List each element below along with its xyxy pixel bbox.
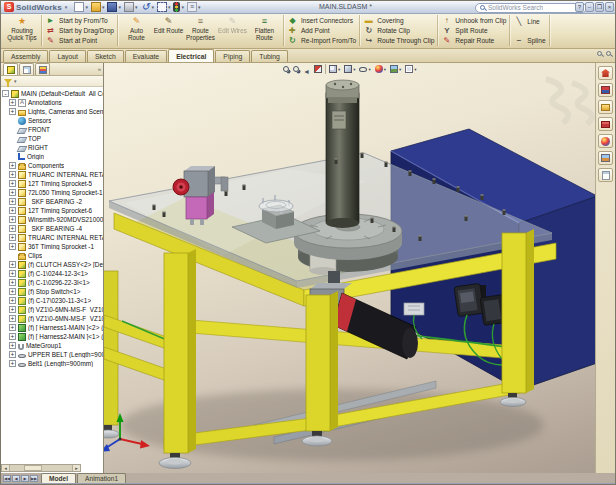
route-properties-button[interactable]: ≡Route Properties (185, 15, 216, 41)
tree-item[interactable]: +_SKF BEARING -4 (2, 224, 103, 233)
display-style-icon[interactable]: ▾ (343, 63, 356, 75)
expander-icon[interactable]: + (9, 243, 16, 250)
dropdown-arrow-icon[interactable]: ▾ (198, 4, 201, 10)
feature-manager-tab[interactable] (3, 63, 18, 75)
tree-item[interactable]: +Belt1 (Length=900mm) (2, 359, 103, 368)
help-button[interactable]: ? (575, 2, 584, 12)
tree-item[interactable]: +_SKF BEARING -2 (2, 197, 103, 206)
view-settings-icon[interactable]: ▾ (404, 63, 417, 75)
tree-item[interactable]: +TRUARC INTERNAL RETAINING (2, 170, 103, 179)
configuration-manager-tab[interactable] (35, 63, 50, 75)
save-button[interactable]: ▾ (106, 1, 122, 13)
dropdown-arrow-icon[interactable]: ▾ (151, 4, 154, 10)
open-button[interactable]: ▾ (90, 1, 106, 13)
scrollbar-thumb[interactable] (24, 465, 42, 471)
next-tab-icon[interactable]: ▶ (21, 475, 29, 482)
cylinder-tower[interactable] (326, 80, 359, 228)
first-tab-icon[interactable]: ◀◀ (3, 475, 11, 482)
tree-item[interactable]: +Winsmith-920MDVS21000AW- (2, 215, 103, 224)
edit-route-button[interactable]: ✎Edit Route (153, 15, 184, 35)
tree-item[interactable]: +36T Timing Sprocket -1 (2, 242, 103, 251)
expander-icon[interactable]: + (9, 180, 16, 187)
tree-item[interactable]: -MAIN (Default<Default_All Compo (2, 89, 103, 98)
expander-icon[interactable]: + (9, 288, 16, 295)
frame-right-leg[interactable] (500, 229, 534, 407)
dropdown-arrow-icon[interactable]: ▾ (118, 4, 121, 10)
expander-icon[interactable]: + (9, 351, 16, 358)
scroll-left-icon[interactable]: ◂ (2, 465, 10, 471)
expander-icon[interactable]: + (9, 234, 16, 241)
spline-button[interactable]: ~Spline (513, 35, 545, 45)
tree-item[interactable]: +12T Timing Sprocket-6 (2, 206, 103, 215)
zoom-area-icon[interactable] (292, 63, 300, 75)
tab-piping[interactable]: Piping (215, 50, 250, 62)
file-explorer-icon[interactable] (598, 100, 613, 114)
zoom-fit-icon[interactable] (282, 63, 290, 75)
dropdown-arrow-icon[interactable]: ▾ (135, 4, 138, 10)
expander-icon[interactable]: + (9, 198, 16, 205)
dropdown-arrow-icon[interactable]: ▾ (102, 4, 105, 10)
start-fromto-button[interactable]: ►Start by From/To (45, 16, 114, 26)
zoom-area-icon[interactable] (606, 51, 611, 56)
covering-button[interactable]: ▬Covering (363, 16, 434, 26)
new-document-button[interactable]: ▾ (73, 1, 89, 13)
tree-item[interactable]: +UPPER BELT (Length=900mm) (2, 350, 103, 359)
undo-button[interactable]: ▾ (139, 1, 155, 13)
tree-item[interactable]: +(f) Stop Switch<1> (2, 287, 103, 296)
expander-icon[interactable]: + (9, 162, 16, 169)
previous-view-icon[interactable] (302, 63, 311, 75)
expander-icon[interactable]: + (9, 171, 16, 178)
tab-assembly[interactable]: Assembly (3, 50, 48, 62)
expander-icon[interactable]: + (9, 306, 16, 313)
tree-item[interactable]: +(f) C-1\0296-22-3I<1> (2, 278, 103, 287)
dropdown-arrow-icon[interactable]: ▾ (384, 67, 386, 72)
dropdown-arrow-icon[interactable]: ▾ (414, 67, 416, 72)
tree-item[interactable]: +Annotations (2, 98, 103, 107)
zoom-icon[interactable] (597, 51, 602, 56)
apply-scene-icon[interactable]: ▾ (389, 63, 402, 75)
scenes-icon[interactable] (598, 151, 613, 165)
tree-item[interactable]: +(f) [ Harness2-MAIN ]<1> (De (2, 332, 103, 341)
expander-icon[interactable]: + (9, 108, 16, 115)
print-button[interactable]: ▾ (123, 1, 139, 13)
start-point-button[interactable]: ✎Start at Point (45, 35, 114, 45)
tab-tubing[interactable]: Tubing (251, 50, 288, 62)
expander-icon[interactable]: + (9, 360, 16, 367)
tree-item[interactable]: +Components (2, 161, 103, 170)
hide-show-items-icon[interactable]: ▾ (358, 63, 371, 75)
expander-icon[interactable]: + (9, 342, 16, 349)
tree-item[interactable]: +TOP (2, 134, 103, 143)
tab-animation1[interactable]: Animation1 (77, 473, 126, 483)
route-through-clip-button[interactable]: ↪Route Through Clip (363, 35, 434, 45)
expander-icon[interactable]: + (9, 279, 16, 286)
search-box[interactable]: SolidWorks Search (475, 3, 587, 13)
view-orientation-icon[interactable]: ▾ (328, 63, 341, 75)
edit-appearance-icon[interactable]: ▾ (374, 63, 387, 75)
menu-expand-icon[interactable]: ▾ (65, 4, 68, 10)
expander-icon[interactable]: - (2, 90, 9, 97)
tree-item[interactable]: +(f) C-1\0244-12-3<1> (2, 269, 103, 278)
reimport-button[interactable]: ↻Re-Import From/To (287, 35, 356, 45)
tree-item[interactable]: +(f) VZ1\0-6MN-MS-F_VZ100 V (2, 305, 103, 314)
filter-dropdown-icon[interactable]: ▾ (14, 78, 17, 84)
dropdown-arrow-icon[interactable]: ▾ (85, 4, 88, 10)
rotate-clip-button[interactable]: ↻Rotate Clip (363, 26, 434, 36)
split-route-button[interactable]: YSplit Route (441, 26, 506, 36)
tab-evaluate[interactable]: Evaluate (125, 50, 167, 62)
tree-item[interactable]: +72L050 Timing Sprocket-1 (2, 188, 103, 197)
auto-route-button[interactable]: ✎Auto Route (121, 15, 152, 41)
frame-front-center-leg[interactable] (302, 291, 338, 446)
tree-item[interactable]: +(f) VZ1\0-6MN-MS-F_VZ100 V (2, 314, 103, 323)
rebuild-button[interactable]: ▾ (172, 1, 185, 13)
unhook-button[interactable]: ↑Unhook from Clip (441, 16, 506, 26)
dropdown-arrow-icon[interactable]: ▾ (368, 67, 370, 72)
last-tab-icon[interactable]: ▶▶ (30, 475, 38, 482)
restore-button[interactable]: ❒ (595, 2, 604, 12)
appearances-icon[interactable] (598, 134, 613, 148)
expander-icon[interactable]: + (9, 261, 16, 268)
prev-tab-icon[interactable]: ◀ (12, 475, 20, 482)
tree-horizontal-scrollbar[interactable]: ◂ ▸ (1, 464, 81, 472)
tab-model[interactable]: Model (41, 473, 76, 483)
expander-icon[interactable]: + (9, 216, 16, 223)
expander-icon[interactable]: + (9, 324, 16, 331)
